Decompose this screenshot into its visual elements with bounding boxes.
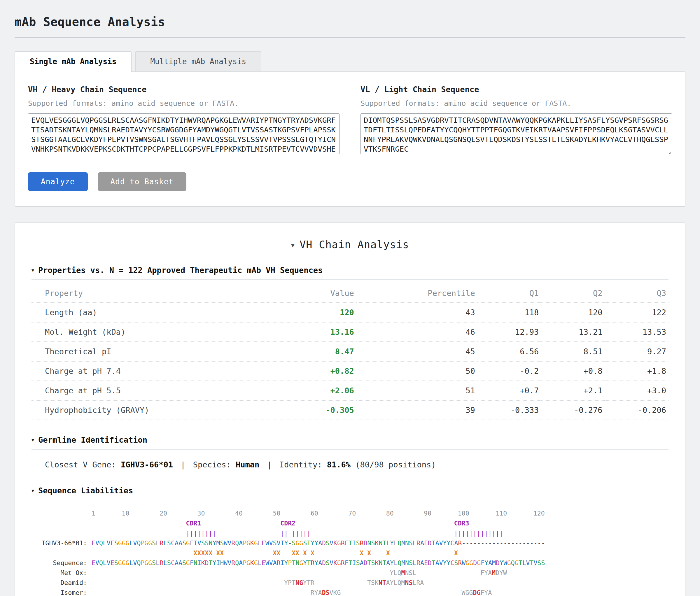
alignment-row-cells: CDR1 CDR2 CDR3 bbox=[92, 520, 545, 527]
vh-label: VH / Heavy Chain Sequence bbox=[28, 85, 340, 94]
alignment-row-label: Sequence: bbox=[33, 558, 92, 568]
germline-section: ▼Germline Identification Closest V Gene:… bbox=[31, 435, 669, 471]
column-header: Property bbox=[31, 282, 267, 303]
vh-analysis-card: ▼VH Chain Analysis ▼Properties vs. N = 1… bbox=[15, 223, 685, 596]
stat-cell: 46 bbox=[356, 322, 477, 342]
value-cell: -0.305 bbox=[267, 400, 356, 420]
property-cell: Charge at pH 7.4 bbox=[31, 361, 267, 381]
vl-input-section: VL / Light Chain Sequence Supported form… bbox=[360, 85, 672, 155]
properties-heading: Properties vs. N = 122 Approved Therapeu… bbox=[38, 266, 323, 275]
input-columns: VH / Heavy Chain Sequence Supported form… bbox=[28, 85, 672, 155]
vh-analysis-header[interactable]: ▼VH Chain Analysis bbox=[31, 239, 669, 251]
sequence-input-card: VH / Heavy Chain Sequence Supported form… bbox=[15, 72, 685, 207]
tab-multiple-mab-analysis[interactable]: Multiple mAb Analysis bbox=[135, 51, 261, 72]
value-cell: 120 bbox=[267, 303, 356, 322]
alignment-ruler-row: 1 10 20 30 40 50 60 70 80 90 100 110 120 bbox=[33, 509, 669, 518]
column-header: Q3 bbox=[605, 282, 669, 303]
title-divider bbox=[15, 37, 685, 37]
alignment-germline-row: IGHV3-66*01:EVQLVESGGGLVQPGGSLRLSCAASGFT… bbox=[33, 538, 669, 548]
vl-format-hint: Supported formats: amino acid sequence o… bbox=[360, 99, 672, 108]
vl-sequence-input[interactable]: DIQMTQSPSSLSASVGDRVTITCRASQDVNTAVAWYQQKP… bbox=[360, 113, 672, 154]
species-label: Species: bbox=[193, 460, 231, 469]
collapse-triangle-icon: ▼ bbox=[291, 242, 295, 249]
alignment-row-cells: RYADSVKG WGGDGFYA bbox=[92, 589, 545, 596]
sequence-alignment: 1 10 20 30 40 50 60 70 80 90 100 110 120… bbox=[31, 500, 669, 596]
stat-cell: -0.276 bbox=[541, 400, 605, 420]
value-cell: +0.82 bbox=[267, 361, 356, 381]
tab-single-mab-analysis[interactable]: Single mAb Analysis bbox=[15, 51, 131, 72]
identity-value: 81.6% bbox=[327, 460, 351, 469]
property-cell: Length (aa) bbox=[31, 303, 267, 322]
table-row: Hydrophobicity (GRAVY)-0.30539-0.333-0.2… bbox=[31, 400, 669, 420]
identity-label: Identity: bbox=[279, 460, 322, 469]
stat-cell: +0.8 bbox=[541, 361, 605, 381]
alignment-row-cells: |||||||| || ||||| ||||||||||||| bbox=[92, 529, 545, 537]
alignment-liability-row: Met Ox: YLQMNSL FYAMDYW bbox=[33, 568, 669, 578]
table-row: Mol. Weight (kDa)13.164612.9313.2113.53 bbox=[31, 322, 669, 342]
vl-label: VL / Light Chain Sequence bbox=[360, 85, 672, 94]
stat-cell: 120 bbox=[541, 303, 605, 322]
table-row: Charge at pH 5.5+2.0651+0.7+2.1+3.0 bbox=[31, 381, 669, 400]
alignment-row-cells: EVQLVESGGGLVQPGGSLRLSCAASGFNIKDTYIHWVRQA… bbox=[92, 559, 545, 567]
table-row: Charge at pH 7.4+0.8250-0.2+0.8+1.8 bbox=[31, 361, 669, 381]
stat-cell: 50 bbox=[356, 361, 477, 381]
collapse-triangle-icon: ▼ bbox=[31, 437, 34, 443]
table-body: Length (aa)12043118120122Mol. Weight (kD… bbox=[31, 303, 669, 420]
property-cell: Hydrophobicity (GRAVY) bbox=[31, 400, 267, 420]
stat-cell: -0.2 bbox=[477, 361, 541, 381]
stat-cell: 6.56 bbox=[477, 342, 541, 361]
separator: | bbox=[267, 460, 272, 469]
alignment-row-label: Deamid: bbox=[33, 578, 92, 588]
stat-cell: -0.333 bbox=[477, 400, 541, 420]
collapse-triangle-icon: ▼ bbox=[31, 488, 34, 493]
page-title: mAb Sequence Analysis bbox=[15, 15, 685, 29]
stat-cell: +1.8 bbox=[605, 361, 669, 381]
stat-cell: 118 bbox=[477, 303, 541, 322]
vh-sequence-input[interactable]: EVQLVESGGGLVQPGGSLRLSCAASGFNIKDTYIHWVRQA… bbox=[28, 113, 340, 154]
alignment-row-cells: XXXXX XX XX XX X X X X X X bbox=[92, 549, 545, 556]
separator: | bbox=[180, 460, 185, 469]
column-header: Q2 bbox=[541, 282, 605, 303]
alignment-row-label: IGHV3-66*01: bbox=[33, 538, 92, 548]
vh-analysis-title: VH Chain Analysis bbox=[300, 239, 409, 251]
alignment-row-cells: YPTNGYTR TSKNTAYLQMNSLRA bbox=[92, 579, 545, 587]
column-header: Percentile bbox=[356, 282, 477, 303]
stat-cell: 13.53 bbox=[605, 322, 669, 342]
stat-cell: 12.93 bbox=[477, 322, 541, 342]
table-header-row: PropertyValuePercentileQ1Q2Q3 bbox=[31, 282, 669, 303]
property-cell: Theoretical pI bbox=[31, 342, 267, 361]
alignment-row-label: Met Ox: bbox=[33, 568, 92, 578]
identity-detail: (80/98 positions) bbox=[355, 460, 436, 469]
alignment-row-cells: 1 10 20 30 40 50 60 70 80 90 100 110 120 bbox=[92, 510, 545, 517]
vh-format-hint: Supported formats: amino acid sequence o… bbox=[28, 99, 340, 108]
stat-cell: 43 bbox=[356, 303, 477, 322]
value-cell: +2.06 bbox=[267, 381, 356, 400]
tab-bar: Single mAb Analysis Multiple mAb Analysi… bbox=[15, 51, 685, 72]
liabilities-section-header[interactable]: ▼Sequence Liabilities bbox=[31, 486, 669, 500]
stat-cell: 45 bbox=[356, 342, 477, 361]
column-header: Value bbox=[267, 282, 356, 303]
stat-cell: 39 bbox=[356, 400, 477, 420]
liabilities-section: ▼Sequence Liabilities 1 10 20 30 40 50 6… bbox=[31, 486, 669, 596]
add-to-basket-button[interactable]: Add to Basket bbox=[98, 172, 187, 191]
collapse-triangle-icon: ▼ bbox=[31, 268, 34, 273]
property-cell: Mol. Weight (kDa) bbox=[31, 322, 267, 342]
germline-result: Closest V Gene: IGHV3-66*01 | Species: H… bbox=[31, 450, 669, 471]
analyze-button[interactable]: Analyze bbox=[28, 172, 88, 191]
stat-cell: 51 bbox=[356, 381, 477, 400]
table-row: Length (aa)12043118120122 bbox=[31, 303, 669, 322]
alignment-query-row: Sequence:EVQLVESGGGLVQPGGSLRLSCAASGFNIKD… bbox=[33, 558, 669, 568]
alignment-cdr-label-row: CDR1 CDR2 CDR3 bbox=[33, 518, 669, 528]
germline-section-header[interactable]: ▼Germline Identification bbox=[31, 435, 669, 450]
value-cell: 13.16 bbox=[267, 322, 356, 342]
liabilities-heading: Sequence Liabilities bbox=[38, 486, 133, 495]
germline-heading: Germline Identification bbox=[38, 435, 147, 444]
v-gene-label: Closest V Gene: bbox=[45, 460, 116, 469]
alignment-row-label: Isomer: bbox=[33, 588, 92, 596]
alignment-cdr-tick-row: |||||||| || ||||| ||||||||||||| bbox=[33, 528, 669, 538]
alignment-liability-row: Deamid: YPTNGYTR TSKNTAYLQMNSLRA bbox=[33, 578, 669, 588]
page: mAb Sequence Analysis Single mAb Analysi… bbox=[0, 0, 700, 596]
properties-section: ▼Properties vs. N = 122 Approved Therape… bbox=[31, 266, 669, 420]
stat-cell: 13.21 bbox=[541, 322, 605, 342]
properties-section-header[interactable]: ▼Properties vs. N = 122 Approved Therape… bbox=[31, 266, 669, 280]
